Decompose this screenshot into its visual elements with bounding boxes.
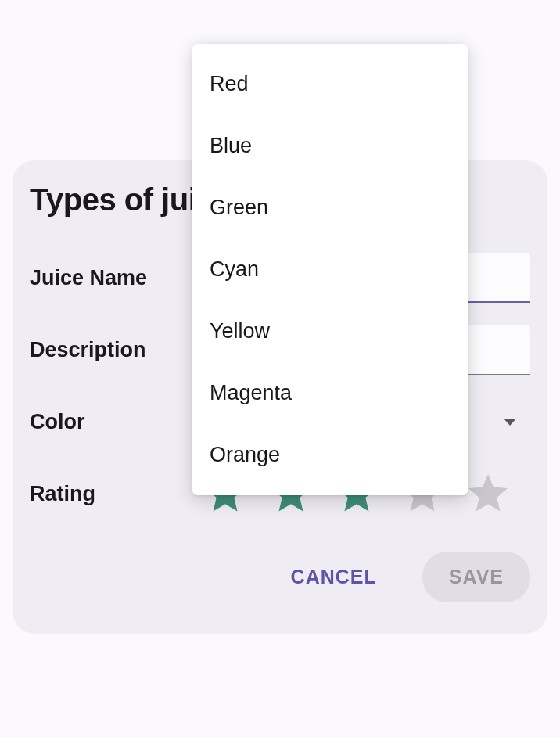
dropdown-item[interactable]: Cyan <box>192 239 468 300</box>
label-description: Description <box>30 338 202 362</box>
dropdown-item[interactable]: Blue <box>192 115 468 177</box>
cancel-button[interactable]: CANCEL <box>264 552 404 602</box>
label-juice-name: Juice Name <box>30 266 202 290</box>
save-button[interactable]: SAVE <box>422 552 530 602</box>
label-rating: Rating <box>30 482 202 506</box>
dropdown-item[interactable]: Orange <box>192 424 468 486</box>
chevron-down-icon <box>504 419 516 426</box>
color-dropdown-menu: RedBlueGreenCyanYellowMagentaOrange <box>192 44 468 495</box>
label-color: Color <box>30 410 202 434</box>
star-icon[interactable] <box>465 470 512 517</box>
dropdown-item[interactable]: Red <box>192 53 468 115</box>
dropdown-item[interactable]: Magenta <box>192 362 468 424</box>
dropdown-item[interactable]: Green <box>192 177 468 239</box>
dialog-actions: CANCEL SAVE <box>30 552 530 602</box>
dropdown-item[interactable]: Yellow <box>192 300 468 362</box>
